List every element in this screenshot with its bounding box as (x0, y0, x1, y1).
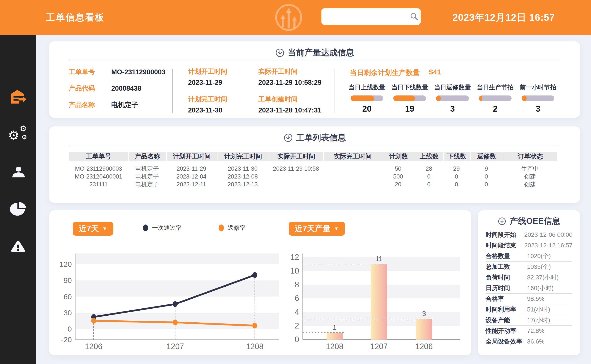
field-value: MO-23112900003 (111, 68, 165, 76)
table-cell: 0 (470, 173, 503, 181)
table-cell: 231111 (69, 181, 128, 188)
table-cell: 29 (443, 161, 470, 173)
sidebar-item-alerts[interactable] (0, 234, 36, 258)
legend-label: 返修率 (228, 224, 246, 232)
svg-text:12: 12 (290, 253, 299, 261)
current-datetime: 2023年12月12日 16:57 (452, 11, 555, 24)
daily-output-bar-chart: 0246810121120811120731206 (287, 249, 466, 351)
table-cell: 创建 (503, 173, 558, 181)
svg-text:6: 6 (295, 294, 299, 303)
table-cell: 2023-11-30 (217, 161, 269, 173)
svg-text:4: 4 (295, 308, 299, 317)
table-cell: 创建 (503, 181, 558, 188)
daily-stat: 当日返修数量3 (431, 83, 474, 114)
legend-dot (219, 225, 224, 231)
time-cell: 计划开工时间2023-11-29 (188, 67, 258, 86)
sidebar-item-settings[interactable]: ⚙ ⚙ ⚙ (0, 122, 36, 146)
sidebar-item-work-orders[interactable] (0, 85, 36, 109)
time-cell: 实际开工时间2023-11-29 10:58:29 (258, 67, 354, 86)
stat-label: 当日下线数量 (391, 83, 428, 91)
svg-text:3: 3 (422, 310, 426, 318)
svg-text:0: 0 (295, 335, 299, 344)
column-header: 计划完工时间 (217, 152, 269, 161)
field-label: 产品名称 (69, 100, 111, 110)
table-cell (323, 173, 382, 181)
oee-label: 总加工数 (486, 263, 525, 271)
sidebar-item-users[interactable] (0, 160, 36, 184)
oee-value: 51(小时) (527, 305, 550, 314)
bar-chart-period-dropdown[interactable]: 近7天产量 ▼ (289, 222, 345, 236)
table-cell: 500 (382, 173, 415, 181)
table-row: 231111电机定子2023-12-112023-12-1320000创建 (69, 181, 558, 188)
table-cell: 0 (415, 173, 443, 181)
chevron-down-icon: ▼ (334, 226, 339, 232)
chevron-down-icon: ▼ (102, 226, 107, 232)
oee-row: 时间段开始2023-12-06 00:00 (486, 229, 572, 240)
time-label: 计划完工时间 (188, 95, 258, 104)
search-box (321, 8, 421, 25)
oee-label: 全局设备效率 (486, 338, 525, 346)
table-cell: 0 (443, 181, 470, 188)
title-rule (69, 60, 560, 60)
daily-stat: 当日生产节拍2 (474, 83, 517, 114)
progress-fill (393, 96, 415, 101)
column-header: 实际开工时间 (269, 152, 323, 161)
time-value: 2023-11-29 10:58:29 (258, 79, 354, 86)
production-panel-title: 当前产量达成信息 (49, 47, 580, 58)
progress-bar (393, 96, 426, 101)
column-header: 计划开工时间 (166, 152, 217, 161)
sidebar-item-reports[interactable] (0, 197, 36, 221)
progress-fill (436, 96, 441, 101)
table-cell: 0 (470, 181, 503, 188)
oee-value: 17(小时) (527, 316, 550, 324)
search-icon[interactable] (410, 12, 419, 21)
legend-item-返修率[interactable]: 返修率 (219, 224, 246, 232)
field-value: 电机定子 (111, 100, 138, 110)
line-chart-period-dropdown[interactable]: 近7天 ▼ (73, 222, 113, 236)
oee-value: 82.37(小时) (527, 273, 559, 282)
circle-down-arrow-icon (498, 217, 506, 225)
stat-label: 当日返修数量 (434, 83, 471, 91)
order-list-panel: 工单列表信息 工单单号产品名称计划开工时间计划完工时间实际开工时间实际完工时间计… (49, 126, 580, 203)
svg-text:1206: 1206 (415, 342, 433, 351)
divider (172, 69, 173, 113)
table-cell (269, 181, 323, 188)
order-table: 工单单号产品名称计划开工时间计划完工时间实际开工时间实际完工时间计划数上线数下线… (69, 152, 558, 188)
field-row: 产品名称电机定子 (69, 100, 165, 110)
oee-value: 1035(个) (527, 263, 551, 271)
dropdown-label: 近7天产量 (295, 223, 331, 234)
time-value: 2023-11-29 (188, 79, 258, 86)
oee-row: 负荷时间82.37(小时) (486, 272, 572, 283)
daily-stat: 当日下线数量19 (388, 83, 431, 114)
column-header: 上线数 (415, 152, 443, 161)
legend-label: 一次通过率 (152, 224, 181, 232)
oee-label: 合格数量 (486, 252, 525, 260)
oee-label: 时间段开始 (486, 231, 522, 239)
column-header: 产品名称 (128, 152, 166, 161)
oee-label: 时间利用率 (486, 305, 525, 314)
column-header: 计划数 (382, 152, 415, 161)
legend-dot (143, 225, 148, 231)
legend-item-一次通过率[interactable]: 一次通过率 (143, 224, 181, 232)
stat-label: 前一小时节拍 (520, 83, 556, 91)
table-cell: 电机定子 (128, 161, 166, 173)
time-grid: 计划开工时间2023-11-29实际开工时间2023-11-29 10:58:2… (188, 67, 354, 114)
svg-text:90: 90 (64, 276, 72, 285)
svg-text:10: 10 (290, 266, 299, 275)
oee-row: 合格数量1020(个) (486, 251, 572, 261)
oee-value: 36.6% (527, 338, 544, 345)
search-input[interactable] (325, 8, 410, 25)
table-cell: 0 (415, 181, 443, 188)
oee-row: 全局设备效率36.6% (486, 336, 572, 347)
circle-down-arrow-icon (284, 133, 293, 142)
daily-stat: 前一小时节拍3 (517, 83, 559, 114)
stat-label: 当日生产节拍 (477, 83, 514, 91)
panel-title-text: 产线OEE信息 (510, 215, 560, 227)
progress-fill (479, 96, 482, 101)
svg-text:11: 11 (375, 255, 382, 263)
warning-icon (9, 238, 27, 254)
work-order-icon (8, 87, 28, 107)
daily-stats: 当日上线数量20当日下线数量19当日返修数量3当日生产节拍2前一小时节拍3 (345, 83, 559, 114)
oee-row: 时间利用率51(小时) (486, 304, 572, 315)
oee-row: 时间段结束2023-12-12 16:57 (486, 240, 572, 251)
